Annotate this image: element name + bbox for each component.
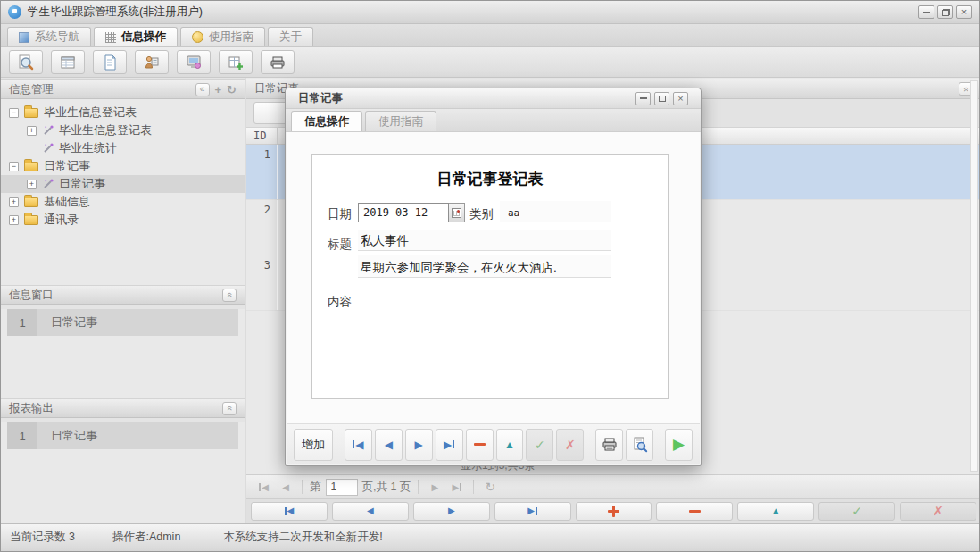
check-icon: ✓ xyxy=(535,439,545,451)
minus-icon xyxy=(474,443,486,446)
collapse-up-button[interactable]: « xyxy=(222,289,237,302)
add-button[interactable]: 增加 xyxy=(294,429,333,461)
restore-icon xyxy=(942,9,950,16)
next-record-button[interactable]: ▶ xyxy=(413,502,490,521)
restore-button[interactable] xyxy=(937,5,953,19)
info-window-body: 1 日常记事 xyxy=(1,309,245,403)
tree-label: 通讯录 xyxy=(44,212,79,228)
category-field[interactable]: aa xyxy=(500,201,611,222)
expand-expander-icon[interactable]: + xyxy=(27,126,37,136)
prev-record-button[interactable]: ◀ xyxy=(375,429,403,461)
tree-item-graduate-form-folder[interactable]: − 毕业生信息登记表 xyxy=(1,104,245,121)
wand-icon xyxy=(42,124,54,137)
report-output-row[interactable]: 1 日常记事 xyxy=(7,422,238,449)
expand-expander-icon[interactable]: + xyxy=(9,197,19,207)
confirm-button[interactable]: ✓ xyxy=(818,502,895,521)
prev-record-button[interactable]: ◀ xyxy=(332,502,409,521)
collapse-up-button[interactable]: « xyxy=(222,402,237,415)
printer-drawer-button[interactable] xyxy=(261,50,295,74)
row-label: 日常记事 xyxy=(37,309,97,336)
confirm-button[interactable]: ✓ xyxy=(526,429,553,461)
delete-record-button[interactable] xyxy=(656,502,733,521)
tab-system-nav[interactable]: 系统导航 xyxy=(7,27,91,46)
tree-label: 日常记事 xyxy=(44,158,90,174)
next-page-button[interactable]: ▶ xyxy=(426,478,444,496)
tree-item-contacts-folder[interactable]: + 通讯录 xyxy=(1,211,245,229)
close-button[interactable]: × xyxy=(956,5,972,19)
date-picker-button[interactable] xyxy=(449,203,465,222)
add-record-button[interactable] xyxy=(576,502,652,521)
first-record-button[interactable]: ◀ xyxy=(251,502,328,521)
document-button[interactable] xyxy=(93,50,127,74)
dialog-title-bar[interactable]: 日常记事 × xyxy=(286,88,701,109)
dialog-close-button[interactable]: × xyxy=(673,92,688,105)
tree-label: 毕业生信息登记表 xyxy=(44,105,137,121)
cancel-button[interactable]: ✗ xyxy=(556,429,584,461)
date-input[interactable]: 2019-03-12 xyxy=(358,203,449,222)
content-field[interactable]: 星期六参加同学聚会，在火火大酒店. xyxy=(358,255,611,278)
dialog-tab-user-guide[interactable]: 使用指南 xyxy=(365,111,436,131)
edit-record-button[interactable]: ▲ xyxy=(737,502,814,521)
row-id-cell: 2 xyxy=(246,200,278,255)
application-window: 学生毕业跟踪管理系统(非注册用户) × 系统导航 信息操作 使用指南 关于 xyxy=(0,0,980,552)
add-panel-button[interactable]: + xyxy=(215,84,222,96)
dialog-minimize-button[interactable] xyxy=(635,92,651,105)
dialog-tab-info-operation[interactable]: 信息操作 xyxy=(291,111,362,131)
monitor-button[interactable] xyxy=(177,50,211,74)
last-record-icon: ▶ xyxy=(444,439,452,450)
calendar-icon xyxy=(452,208,461,218)
last-record-button[interactable]: ▶ xyxy=(436,429,463,461)
last-page-button[interactable]: ▶ xyxy=(448,478,466,496)
subject-field[interactable]: 私人事件 xyxy=(358,230,611,251)
tree-item-daily-notes-folder[interactable]: − 日常记事 xyxy=(1,157,245,175)
first-page-button[interactable]: ◀ xyxy=(254,478,272,496)
tree-item-graduate-form[interactable]: + 毕业生信息登记表 xyxy=(1,121,245,139)
expand-expander-icon[interactable]: + xyxy=(27,180,37,189)
user-presentation-icon xyxy=(144,54,160,71)
navigation-tree: − 毕业生信息登记表 + 毕业生信息登记表 毕业生统计 − 日 xyxy=(1,99,245,285)
table-view-button[interactable] xyxy=(51,50,85,74)
tree-item-graduate-stats[interactable]: 毕业生统计 xyxy=(1,139,245,157)
refresh-tree-button[interactable]: ↻ xyxy=(227,84,237,96)
dialog-maximize-button[interactable] xyxy=(654,92,669,105)
collapse-left-button[interactable]: « xyxy=(195,83,210,96)
next-record-button[interactable]: ▶ xyxy=(405,429,433,461)
delete-record-button[interactable] xyxy=(466,429,494,461)
first-record-button[interactable]: ◀ xyxy=(345,429,372,461)
refresh-button[interactable]: ↻ xyxy=(485,480,495,494)
run-button[interactable]: ▶ xyxy=(665,429,693,461)
print-button[interactable] xyxy=(595,429,623,461)
operator-status: 操作者:Admin xyxy=(112,530,180,545)
expand-expander-icon[interactable]: + xyxy=(9,215,19,225)
print-preview-button[interactable] xyxy=(626,429,653,461)
search-document-button[interactable] xyxy=(9,50,43,74)
maximize-icon xyxy=(659,96,666,102)
page-number-input[interactable] xyxy=(326,479,358,496)
user-presentation-button[interactable] xyxy=(135,50,169,74)
cancel-button[interactable]: ✗ xyxy=(900,502,976,521)
last-record-button[interactable]: ▶ xyxy=(494,502,571,521)
prev-page-icon: ◀ xyxy=(282,482,289,492)
tree-label: 日常记事 xyxy=(59,176,105,192)
tab-info-operation[interactable]: 信息操作 xyxy=(94,27,178,46)
tab-label: 信息操作 xyxy=(304,114,349,130)
vertical-scrollbar[interactable] xyxy=(970,80,978,472)
row-number: 1 xyxy=(7,422,37,449)
tab-about[interactable]: 关于 xyxy=(268,27,313,46)
collapse-expander-icon[interactable]: − xyxy=(9,162,19,171)
prev-page-button[interactable]: ◀ xyxy=(277,478,295,496)
tree-item-daily-notes[interactable]: + 日常记事 xyxy=(1,175,245,193)
tab-user-guide[interactable]: 使用指南 xyxy=(180,27,265,46)
id-column-header[interactable]: ID xyxy=(246,128,278,144)
guide-icon xyxy=(192,31,203,43)
minimize-button[interactable] xyxy=(918,5,934,19)
edit-record-button[interactable]: ▲ xyxy=(496,429,524,461)
table-add-button[interactable] xyxy=(219,50,253,74)
system-nav-icon xyxy=(19,32,29,43)
cross-icon: ✗ xyxy=(933,505,943,517)
wand-icon xyxy=(42,178,54,190)
first-page-icon: ◀ xyxy=(262,482,269,492)
info-window-row[interactable]: 1 日常记事 xyxy=(7,309,238,336)
collapse-expander-icon[interactable]: − xyxy=(9,108,19,118)
tree-item-base-info-folder[interactable]: + 基础信息 xyxy=(1,193,245,211)
